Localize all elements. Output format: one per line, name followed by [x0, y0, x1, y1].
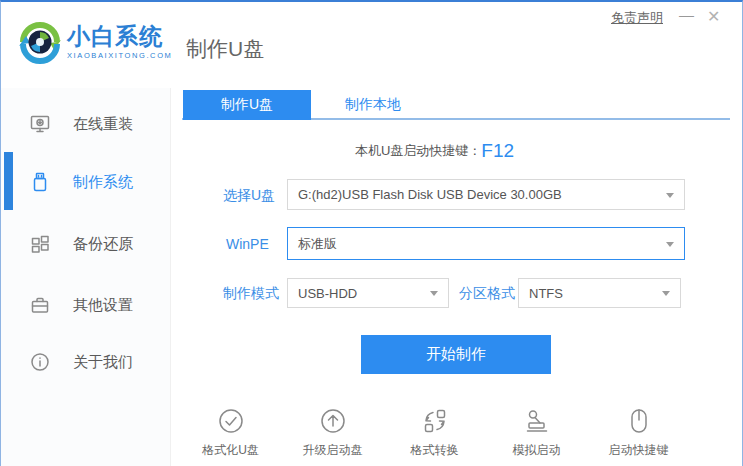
- stamp-simulate-icon: [522, 406, 552, 436]
- sidebar-item-label: 其他设置: [73, 296, 133, 315]
- sidebar-item-label: 备份还原: [73, 235, 133, 254]
- usb-drive-icon: [29, 171, 51, 193]
- tool-label: 格式转换: [411, 442, 459, 459]
- sidebar-item-label: 在线重装: [73, 115, 133, 134]
- brand-subdomain: XIAOBAIXITONG.COM: [67, 51, 172, 60]
- sidebar-item-label: 制作系统: [73, 173, 133, 192]
- tool-upgrade-boot-disk[interactable]: 升级启动盘: [297, 406, 369, 459]
- tab-make-usb[interactable]: 制作U盘: [183, 90, 311, 120]
- tool-label: 格式化U盘: [202, 442, 259, 459]
- usb-select[interactable]: G:(hd2)USB Flash Disk USB Device 30.00GB: [287, 179, 685, 210]
- sidebar: 在线重装 制作系统 备份还原: [1, 88, 171, 466]
- usb-select-value: G:(hd2)USB Flash Disk USB Device 30.00GB: [298, 187, 562, 202]
- boot-hotkey-value: F12: [481, 140, 514, 161]
- main-panel: 制作U盘 制作本地 本机U盘启动快捷键：F12 选择U盘 G:(hd2)USB …: [171, 88, 742, 466]
- sidebar-item-online-reinstall[interactable]: 在线重装: [1, 107, 171, 141]
- winpe-select-value: 标准版: [298, 235, 337, 253]
- format-convert-icon: [420, 406, 450, 436]
- tool-format-convert[interactable]: 格式转换: [399, 406, 471, 459]
- boot-hotkey-label: 本机U盘启动快捷键：: [355, 143, 481, 158]
- chevron-down-icon: [666, 242, 674, 247]
- page-title: 制作U盘: [186, 35, 264, 63]
- check-circle-icon: [216, 406, 246, 436]
- monitor-reinstall-icon: [29, 113, 51, 135]
- chevron-down-icon: [662, 291, 670, 296]
- mouse-hotkey-icon: [624, 406, 654, 436]
- sidebar-item-label: 关于我们: [73, 353, 133, 372]
- sidebar-item-make-system[interactable]: 制作系统: [1, 165, 171, 199]
- brand-text: 小白系统 XIAOBAIXITONG.COM: [67, 23, 172, 60]
- boot-hotkey-line: 本机U盘启动快捷键：F12: [171, 140, 698, 162]
- sidebar-item-backup-restore[interactable]: 备份还原: [1, 227, 171, 261]
- mode-select-value: USB-HDD: [298, 286, 357, 301]
- upgrade-arrow-circle-icon: [318, 406, 348, 436]
- brand-logo-icon: [17, 19, 63, 65]
- tool-label: 升级启动盘: [303, 442, 363, 459]
- mode-select[interactable]: USB-HDD: [287, 278, 449, 308]
- brand-name: 小白系统: [67, 23, 172, 49]
- partition-select[interactable]: NTFS: [518, 278, 681, 308]
- tool-format-usb[interactable]: 格式化U盘: [195, 406, 267, 459]
- tab-make-local[interactable]: 制作本地: [311, 90, 435, 120]
- close-button[interactable]: ✕: [707, 7, 720, 26]
- minimize-button[interactable]: —: [679, 6, 694, 23]
- info-circle-icon: [29, 351, 51, 373]
- tool-label: 启动快捷键: [609, 442, 669, 459]
- chevron-down-icon: [430, 291, 438, 296]
- tool-label: 模拟启动: [513, 442, 561, 459]
- winpe-select-label: WinPE: [226, 236, 269, 252]
- backup-grid-icon: [29, 233, 51, 255]
- sidebar-item-other-settings[interactable]: 其他设置: [1, 288, 171, 322]
- start-make-button[interactable]: 开始制作: [361, 335, 551, 374]
- usb-select-label: 选择U盘: [223, 187, 275, 205]
- mode-select-label: 制作模式: [223, 285, 279, 303]
- partition-select-value: NTFS: [529, 286, 563, 301]
- chevron-down-icon: [666, 193, 674, 198]
- tool-boot-hotkey[interactable]: 启动快捷键: [603, 406, 675, 459]
- header: 小白系统 XIAOBAIXITONG.COM 制作U盘 免责声明 — ✕: [1, 2, 742, 88]
- tool-strip: 格式化U盘 升级启动盘 格式转换: [171, 406, 698, 459]
- disclaimer-link[interactable]: 免责声明: [611, 9, 663, 27]
- partition-select-label: 分区格式: [459, 285, 515, 303]
- app-window: 小白系统 XIAOBAIXITONG.COM 制作U盘 免责声明 — ✕ 在线重…: [0, 0, 743, 466]
- sidebar-item-about-us[interactable]: 关于我们: [1, 345, 171, 379]
- winpe-select[interactable]: 标准版: [287, 227, 685, 260]
- tool-simulate-boot[interactable]: 模拟启动: [501, 406, 573, 459]
- briefcase-icon: [29, 294, 51, 316]
